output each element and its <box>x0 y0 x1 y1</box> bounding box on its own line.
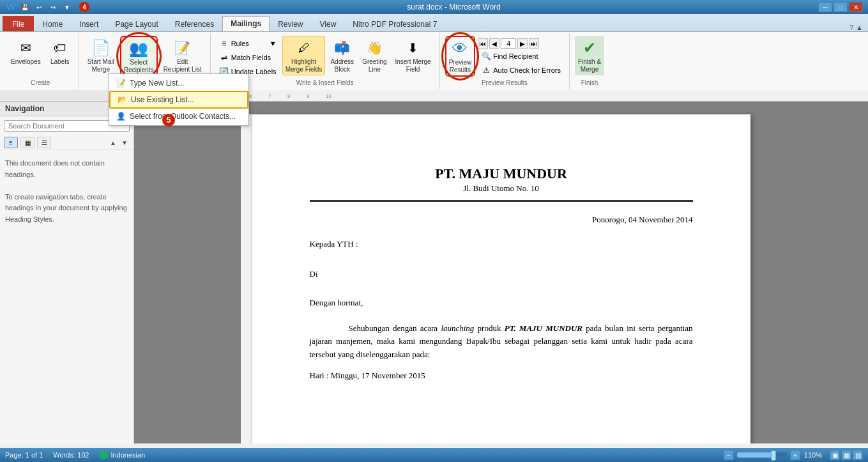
rules-button[interactable]: ≡ Rules ▼ <box>216 37 280 50</box>
redo-btn[interactable]: ↪ <box>47 1 59 13</box>
envelopes-button[interactable]: ✉ Envelopes <box>8 36 44 68</box>
insert-merge-field-label: Insert MergeField <box>395 58 430 73</box>
select-outlook-contacts-item[interactable]: 👤 Select from Outlook Contacts... <box>109 109 248 124</box>
nav-up-btn[interactable]: ▲ <box>108 137 118 148</box>
schedule-day: Hari : Minggu, 17 November 2015 <box>310 369 693 383</box>
tab-home[interactable]: Home <box>34 16 71 31</box>
nav-panel-title: Navigation <box>5 104 44 113</box>
maximize-btn[interactable]: □ <box>834 2 848 12</box>
nav-page-input[interactable]: 4 <box>501 38 516 49</box>
edit-recipient-list-icon: 📝 <box>172 38 193 58</box>
nav-no-headings-text: This document does not contain headings. <box>5 158 128 180</box>
auto-check-errors-button[interactable]: ⚠ Auto Check for Errors <box>478 64 564 77</box>
status-right: − + 110% ▣ ▦ ▤ <box>724 450 863 460</box>
nav-headings-btn[interactable]: ≡ <box>4 137 18 148</box>
view-web-layout-btn[interactable]: ▤ <box>853 450 863 460</box>
type-new-list-label: Type New List... <box>130 79 184 88</box>
nav-last-btn[interactable]: ⏭ <box>529 38 539 49</box>
tab-review[interactable]: Review <box>270 16 311 31</box>
document-page: PT. MAJU MUNDUR Jl. Budi Utomo No. 10 Po… <box>252 114 750 443</box>
insert-merge-field-button[interactable]: ⬇ Insert MergeField <box>392 36 434 75</box>
step-badge-4: 4 <box>79 2 89 12</box>
nav-results-btn[interactable]: ☰ <box>37 137 51 148</box>
svg-text:8: 8 <box>287 93 291 99</box>
nav-down-btn[interactable]: ▼ <box>119 137 130 148</box>
edit-recipient-list-button[interactable]: 📝 EditRecipient List <box>160 36 205 75</box>
ribbon-help[interactable]: ? <box>849 24 853 31</box>
rules-label: Rules <box>231 40 249 47</box>
use-existing-list-icon: 📂 <box>117 95 127 105</box>
body-paragraph-1: Sehubungan dengan acara launching produk… <box>310 322 693 362</box>
tab-nitro[interactable]: Nitro PDF Professional 7 <box>344 16 445 31</box>
use-existing-list-item[interactable]: 📂 Use Existing List... <box>109 91 248 109</box>
view-full-screen-btn[interactable]: ▦ <box>841 450 851 460</box>
nav-next-btn[interactable]: ▶ <box>517 38 528 49</box>
page-info: Page: 1 of 1 <box>5 451 43 459</box>
dropdown-menu: 📝 Type New List... 📂 Use Existing List..… <box>109 73 249 126</box>
highlight-merge-fields-icon: 🖊 <box>294 38 314 58</box>
view-print-layout-btn[interactable]: ▣ <box>830 450 840 460</box>
type-new-list-icon: 📝 <box>116 78 126 88</box>
highlight-merge-fields-button[interactable]: 🖊 HighlightMerge Fields <box>282 36 326 75</box>
rules-arrow: ▼ <box>270 40 277 47</box>
select-recipients-button[interactable]: 👥 SelectRecipients <box>120 36 158 77</box>
match-fields-icon: ⇌ <box>219 52 229 63</box>
app-body: Navigation ✕ ≡ ▦ ☰ ▲ ▼ This document doe… <box>0 102 868 443</box>
insert-merge-field-icon: ⬇ <box>403 38 423 58</box>
language-icon <box>99 450 108 459</box>
svg-text:6: 6 <box>249 93 252 99</box>
svg-text:7: 7 <box>268 93 271 99</box>
language-status: Indonesian <box>99 450 145 459</box>
status-bar: Page: 1 of 1 Words: 102 Indonesian − + 1… <box>0 448 868 462</box>
zoom-out-btn[interactable]: − <box>724 450 734 460</box>
ribbon-minimize[interactable]: ▲ <box>856 24 863 31</box>
tab-page-layout[interactable]: Page Layout <box>107 16 166 31</box>
envelopes-label: Envelopes <box>11 58 41 66</box>
company-name: PT. MAJU MUNDUR <box>310 166 693 182</box>
address-block-button[interactable]: 📫 AddressBlock <box>327 36 357 75</box>
document-date: Ponorogo, 04 November 2014 <box>310 215 693 225</box>
svg-rect-13 <box>241 114 252 443</box>
preview-results-group-label: Preview Results <box>482 78 528 86</box>
labels-button[interactable]: 🏷 Labels <box>47 36 73 68</box>
zoom-slider[interactable] <box>736 452 788 458</box>
greeting-line-button[interactable]: 👋 GreetingLine <box>359 36 390 75</box>
start-mail-merge-button[interactable]: 📄 Start MailMerge <box>84 36 118 75</box>
select-recipients-icon: 👥 <box>128 38 149 59</box>
preview-results-label: PreviewResults <box>449 59 472 74</box>
view-mode-buttons: ▣ ▦ ▤ <box>830 450 863 460</box>
tab-view[interactable]: View <box>312 16 345 31</box>
company-address: Jl. Budi Utomo No. 10 <box>310 183 693 194</box>
qa-dropdown-btn[interactable]: ▼ <box>61 1 73 13</box>
nav-prev-btn[interactable]: ◀ <box>489 38 499 49</box>
auto-check-errors-icon: ⚠ <box>481 65 491 75</box>
window-controls[interactable]: ─ □ ✕ <box>818 2 863 12</box>
tab-mailings[interactable]: Mailings <box>222 16 270 31</box>
tab-file[interactable]: File <box>3 16 34 31</box>
status-left: Page: 1 of 1 Words: 102 Indonesian <box>5 450 145 459</box>
zoom-in-btn[interactable]: + <box>790 450 800 460</box>
create-group-label: Create <box>31 78 50 86</box>
language-label: Indonesian <box>110 451 145 459</box>
company-header: PT. MAJU MUNDUR Jl. Budi Utomo No. 10 <box>310 166 693 194</box>
tab-insert[interactable]: Insert <box>71 16 107 31</box>
labels-icon: 🏷 <box>50 38 70 58</box>
minimize-btn[interactable]: ─ <box>818 2 832 12</box>
nav-content: This document does not contain headings.… <box>0 150 133 233</box>
nav-first-btn[interactable]: ⏮ <box>478 38 488 49</box>
preview-results-button[interactable]: 👁 PreviewResults <box>445 36 476 77</box>
nav-pages-btn[interactable]: ▦ <box>20 137 34 148</box>
finish-merge-button[interactable]: ✔ Finish &Merge <box>575 36 604 75</box>
word-icon: W <box>5 1 17 13</box>
tab-references[interactable]: References <box>167 16 222 31</box>
preview-results-icon: 👁 <box>450 38 470 59</box>
document-area[interactable]: PT. MAJU MUNDUR Jl. Budi Utomo No. 10 Po… <box>134 102 868 443</box>
match-fields-button[interactable]: ⇌ Match Fields <box>216 51 280 64</box>
type-new-list-item[interactable]: 📝 Type New List... <box>109 75 248 91</box>
save-btn[interactable]: 💾 <box>19 1 31 13</box>
greeting-line-label: GreetingLine <box>362 58 386 73</box>
undo-btn[interactable]: ↩ <box>33 1 45 13</box>
close-btn[interactable]: ✕ <box>849 2 863 12</box>
find-recipient-label: Find Recipient <box>493 52 538 60</box>
find-recipient-button[interactable]: 🔍 Find Recipient <box>478 50 564 63</box>
